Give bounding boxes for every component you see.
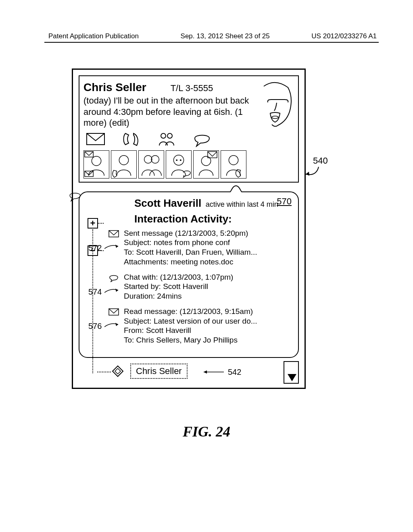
svg-marker-18 <box>115 245 118 248</box>
phone-icon[interactable] <box>121 131 141 147</box>
self-entry[interactable]: Chris Seller <box>130 364 188 379</box>
profile-name: Chris Seller <box>83 80 146 94</box>
ref-572: 572 <box>88 243 102 253</box>
callout-pointer-icon <box>229 185 243 193</box>
contact-thumb[interactable] <box>166 150 192 179</box>
contact-thumb[interactable] <box>193 150 219 179</box>
tree-branch <box>98 223 104 224</box>
contact-thumb[interactable] <box>83 150 109 179</box>
activity-line: Duration: 24mins <box>124 291 292 301</box>
contact-name: Scott Haverill <box>134 197 201 209</box>
activity-line: Read message: (12/13/2003, 9:15am) <box>124 307 292 316</box>
svg-point-8 <box>119 155 128 164</box>
sheet-info: Sep. 13, 2012 Sheet 23 of 25 <box>181 32 270 40</box>
expand-button[interactable]: + <box>88 218 98 229</box>
figure-caption: FIG. 24 <box>0 423 413 440</box>
contact-thumb[interactable] <box>111 150 137 179</box>
leader-arrow-icon <box>200 369 224 375</box>
activity-item: 574 Chat with: (12/13/2003, 1:07pm) Star… <box>110 272 292 301</box>
activity-item: 572 Sent message (12/13/2003, 5:20pm) Su… <box>110 229 292 267</box>
avatar <box>256 80 294 129</box>
interaction-callout: + − 570 Scott Haverill active within las… <box>79 191 299 358</box>
profile-status: (today) I'll be out in the afternoon but… <box>83 95 256 129</box>
svg-point-5 <box>92 156 101 165</box>
people-icon[interactable] <box>157 131 176 147</box>
svg-rect-17 <box>229 192 243 193</box>
chat-icon <box>68 190 82 204</box>
mail-icon <box>108 229 119 238</box>
page-header: Patent Application Publication Sep. 13, … <box>48 32 377 40</box>
svg-rect-15 <box>208 152 217 158</box>
device-frame: Chris Seller T/L 3-5555 (today) I'll be … <box>72 69 306 389</box>
chat-icon <box>108 273 119 282</box>
mail-icon[interactable] <box>86 131 105 147</box>
svg-point-2 <box>167 133 172 138</box>
activity-item: 576 Read message: (12/13/2003, 9:15am) S… <box>110 307 292 345</box>
ref-540: 540 <box>313 156 328 166</box>
activity-line: Subject: Latest version of our user do..… <box>124 316 292 326</box>
activity-line: To: Chris Sellers, Mary Jo Phillips <box>124 335 292 345</box>
section-heading: Interaction Activity: <box>134 213 292 225</box>
activity-line: Chat with: (12/13/2003, 1:07pm) <box>124 272 292 282</box>
activity-line: To: Scott Haverill, Dan Fruen, William..… <box>124 247 292 257</box>
leader-arrow-icon <box>104 288 121 293</box>
svg-marker-27 <box>306 172 309 176</box>
contact-thumbnails <box>83 150 294 179</box>
active-status: active within last 4 min <box>206 200 278 208</box>
chat-icon[interactable] <box>192 131 212 147</box>
leader-arrow-icon <box>104 322 121 328</box>
scroll-down-button[interactable] <box>284 361 299 384</box>
svg-marker-21 <box>115 323 118 326</box>
svg-point-9 <box>144 155 152 163</box>
ref-570: 570 <box>277 196 292 207</box>
pub-number: US 2012/0233276 A1 <box>311 32 377 40</box>
ref-542: 542 <box>228 368 241 377</box>
header-rule <box>44 42 379 43</box>
leader-arrow-icon <box>104 244 121 249</box>
activity-line: Attachments: meeting notes.doc <box>124 257 292 267</box>
svg-point-10 <box>151 155 159 163</box>
svg-point-12 <box>176 159 177 161</box>
figure: Chris Seller T/L 3-5555 (today) I'll be … <box>72 69 306 389</box>
svg-marker-23 <box>113 366 123 376</box>
profile-card: Chris Seller T/L 3-5555 (today) I'll be … <box>79 75 299 183</box>
action-icons <box>83 131 256 147</box>
leader-curve-icon <box>304 166 320 177</box>
svg-marker-24 <box>115 368 121 374</box>
svg-point-13 <box>180 159 181 161</box>
bottom-row: Chris Seller 542 <box>79 362 299 382</box>
contact-thumb[interactable] <box>138 150 164 179</box>
ref-574: 574 <box>88 287 102 297</box>
contact-thumb[interactable] <box>221 150 246 179</box>
activity-line: Sent message (12/13/2003, 5:20pm) <box>124 229 292 238</box>
activity-line: Subject: notes from phone conf <box>124 238 292 247</box>
diamond-icon <box>112 365 124 377</box>
tree-branch <box>97 372 111 372</box>
mail-icon <box>108 308 119 316</box>
svg-marker-26 <box>204 370 207 374</box>
svg-point-1 <box>161 133 166 138</box>
activity-line: Started by: Scott Haverill <box>124 282 292 291</box>
svg-point-11 <box>173 155 184 165</box>
profile-tl: T/L 3-5555 <box>171 83 213 94</box>
chevron-down-icon <box>288 374 296 381</box>
pub-label: Patent Application Publication <box>48 32 139 40</box>
svg-point-16 <box>229 155 238 164</box>
svg-point-4 <box>272 116 278 118</box>
activity-line: From: Scott Haverill <box>124 326 292 335</box>
svg-marker-20 <box>115 289 118 292</box>
ref-576: 576 <box>88 321 102 331</box>
